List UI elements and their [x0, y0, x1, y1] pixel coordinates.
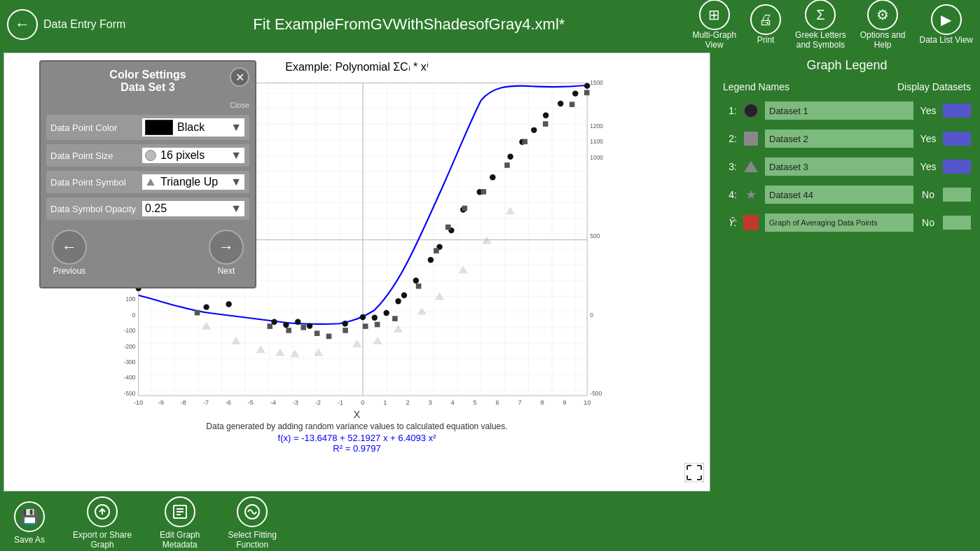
svg-rect-82	[286, 328, 291, 333]
legend-color-btn-1[interactable]	[943, 104, 971, 118]
svg-text:-2: -2	[315, 399, 321, 406]
opacity-value: 0.25	[145, 202, 167, 215]
legend-table: 1: Yes 2: Yes 3:	[717, 95, 976, 238]
svg-point-59	[307, 323, 312, 328]
svg-text:9: 9	[563, 399, 567, 406]
svg-point-76	[543, 113, 548, 118]
greek-icon: Σ	[805, 0, 836, 30]
greek-letters-button[interactable]: Σ Greek Lettersand Symbols	[795, 0, 846, 50]
legend-color-btn-4[interactable]	[943, 188, 971, 202]
print-button[interactable]: 🖨 Print	[750, 4, 781, 45]
svg-rect-88	[375, 322, 380, 328]
back-label: Data Entry Form	[43, 18, 125, 31]
back-icon[interactable]: ←	[7, 9, 38, 40]
svg-text:3: 3	[428, 399, 432, 406]
svg-point-54	[203, 304, 209, 309]
data-point-symbol-select[interactable]: Triangle Up ▼	[142, 174, 245, 190]
svg-rect-96	[522, 139, 527, 144]
svg-text:-8: -8	[181, 399, 186, 406]
legend-color-btn-2[interactable]	[943, 132, 971, 146]
dialog-nav: ← Previous → Next	[46, 224, 249, 281]
edit-metadata-label: Edit GraphMetadata	[160, 530, 200, 550]
back-button[interactable]: ← Data Entry Form	[7, 9, 125, 40]
svg-rect-97	[543, 121, 548, 127]
save-as-button[interactable]: 💾 Save As	[14, 501, 45, 545]
multi-graph-icon: ⊞	[699, 0, 730, 30]
save-as-icon: 💾	[14, 501, 45, 532]
svg-point-77	[558, 101, 563, 106]
svg-text:5: 5	[473, 399, 476, 406]
svg-point-55	[226, 301, 231, 307]
legend-color-btn-3[interactable]	[943, 160, 971, 174]
multi-graph-button[interactable]: ⊞ Multi-GraphView	[692, 0, 736, 50]
svg-rect-84	[315, 330, 320, 336]
select-fitting-icon	[237, 496, 268, 527]
svg-text:100: 100	[125, 295, 135, 302]
data-point-color-select[interactable]: Black ▼	[142, 118, 245, 137]
svg-point-79	[584, 83, 590, 88]
chevron-down-icon: ▼	[230, 121, 242, 134]
close-label: Close	[41, 101, 255, 109]
previous-button[interactable]: ←	[52, 230, 87, 265]
export-graph-button[interactable]: Export or ShareGraph	[73, 496, 132, 550]
previous-label: Previous	[53, 266, 86, 276]
x-axis-label: X	[11, 409, 703, 420]
legend-icon-circle	[741, 101, 761, 120]
symbol-value: Triangle Up	[160, 176, 218, 188]
svg-point-64	[395, 298, 401, 304]
svg-rect-98	[570, 102, 575, 107]
legend-row-y: Ȳ: No	[720, 210, 974, 235]
edit-metadata-button[interactable]: Edit GraphMetadata	[160, 496, 200, 550]
svg-text:-10: -10	[134, 399, 143, 406]
svg-text:0: 0	[361, 399, 364, 406]
color-settings-dialog: Color Settings Data Set 3 ✕ Close Data P…	[39, 60, 256, 288]
svg-rect-81	[267, 323, 272, 329]
legend-name-input-y[interactable]	[765, 214, 913, 232]
svg-rect-91	[434, 248, 439, 253]
close-button[interactable]: ✕	[230, 67, 249, 87]
expand-button[interactable]	[684, 463, 704, 485]
legend-row-4: 4: ★ No	[720, 182, 974, 207]
legend-name-input-1[interactable]	[765, 102, 913, 120]
svg-text:10: 10	[584, 399, 591, 406]
svg-text:-5: -5	[248, 399, 254, 406]
legend-num-4: 4:	[723, 189, 737, 200]
legend-name-input-2[interactable]	[765, 130, 913, 148]
data-point-symbol-label: Data Point Symbol	[50, 177, 142, 188]
svg-text:0: 0	[590, 312, 593, 319]
svg-point-67	[428, 257, 434, 263]
svg-rect-90	[416, 284, 422, 289]
svg-text:8: 8	[541, 399, 544, 406]
legend-num-2: 2:	[723, 133, 737, 144]
export-graph-icon	[87, 496, 118, 527]
select-fitting-button[interactable]: Select FittingFunction	[228, 496, 276, 550]
svg-text:-500: -500	[590, 390, 602, 397]
data-list-button[interactable]: ▶ Data List View	[920, 4, 973, 45]
chevron-down-icon: ▼	[230, 202, 242, 215]
svg-point-66	[413, 278, 419, 284]
data-symbol-opacity-select[interactable]: 0.25 ▼	[142, 200, 245, 217]
svg-rect-85	[326, 334, 332, 340]
legend-icon-square	[741, 129, 761, 148]
legend-name-input-4[interactable]	[765, 186, 913, 204]
svg-text:7: 7	[518, 399, 521, 406]
svg-text:-9: -9	[158, 399, 164, 406]
legend-num-y: Ȳ:	[723, 217, 737, 228]
legend-num-3: 3:	[723, 161, 737, 172]
svg-text:-4: -4	[270, 399, 276, 406]
svg-text:1100: 1100	[590, 138, 603, 145]
size-circle-icon	[145, 150, 156, 161]
legend-color-btn-y[interactable]	[943, 216, 971, 230]
next-button[interactable]: →	[209, 230, 244, 265]
legend-subheader: Legend Names Display Datasets	[717, 78, 976, 95]
data-point-size-label: Data Point Size	[50, 151, 142, 161]
data-point-size-select[interactable]: 16 pixels ▼	[142, 147, 245, 164]
legend-name-input-3[interactable]	[765, 158, 913, 176]
data-symbol-opacity-label: Data Symbol Opacity	[50, 204, 142, 214]
svg-text:-400: -400	[124, 374, 136, 381]
top-bar: ← Data Entry Form Fit ExampleFromGVWithS…	[0, 0, 980, 49]
select-fitting-label: Select FittingFunction	[228, 530, 276, 550]
next-label: Next	[218, 266, 235, 276]
options-button[interactable]: ⚙ Options andHelp	[860, 0, 906, 50]
legend-icon-red	[741, 213, 761, 232]
